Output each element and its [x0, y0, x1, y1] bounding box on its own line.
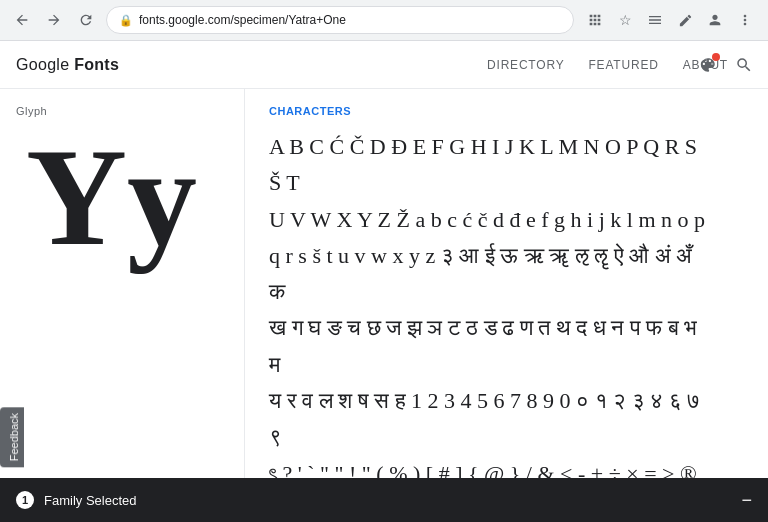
- url-text: fonts.google.com/specimen/Yatra+One: [139, 13, 346, 27]
- address-bar[interactable]: 🔒 fonts.google.com/specimen/Yatra+One: [106, 6, 574, 34]
- browser-chrome: 🔒 fonts.google.com/specimen/Yatra+One ☆: [0, 0, 768, 41]
- notification-dot: [712, 53, 720, 61]
- customizer-icon-button[interactable]: [692, 49, 724, 81]
- characters-display: A B C Ć Č D Đ E F G H I J K L M N O P Q …: [269, 129, 709, 479]
- account-button[interactable]: [702, 7, 728, 33]
- bottom-bar-left: 1 Family Selected: [16, 491, 136, 509]
- more-button[interactable]: [732, 7, 758, 33]
- edit-button[interactable]: [672, 7, 698, 33]
- search-icon-button[interactable]: [728, 49, 760, 81]
- bottom-bar: 1 Family Selected −: [0, 478, 768, 522]
- right-panel: Characters A B C Ć Č D Đ E F G H I J K L…: [245, 89, 768, 479]
- bookmark-button[interactable]: ☆: [612, 7, 638, 33]
- left-panel: Glyph Yy: [0, 89, 245, 479]
- lock-icon: 🔒: [119, 14, 133, 27]
- main-content: Glyph Yy Characters A B C Ć Č D Đ E F G …: [0, 89, 768, 479]
- feedback-button[interactable]: Feedback: [0, 407, 24, 467]
- bottom-bar-close-button[interactable]: −: [741, 491, 752, 509]
- nav-directory[interactable]: DIRECTORY: [487, 58, 564, 72]
- glyph-display: Yy: [16, 127, 228, 267]
- tab-manager-button[interactable]: [582, 7, 608, 33]
- gf-logo: Google Fonts: [16, 56, 119, 74]
- back-button[interactable]: [10, 8, 34, 32]
- menu-button[interactable]: [642, 7, 668, 33]
- characters-label: Characters: [269, 105, 744, 117]
- toolbar-right: ☆: [582, 7, 758, 33]
- browser-toolbar: 🔒 fonts.google.com/specimen/Yatra+One ☆: [0, 0, 768, 40]
- family-count: 1: [16, 491, 34, 509]
- glyph-label: Glyph: [16, 105, 228, 117]
- family-selected-label: Family Selected: [44, 493, 136, 508]
- nav-featured[interactable]: FEATURED: [588, 58, 658, 72]
- refresh-button[interactable]: [74, 8, 98, 32]
- gf-header: Google Fonts DIRECTORY FEATURED ABOUT: [0, 41, 768, 89]
- forward-button[interactable]: [42, 8, 66, 32]
